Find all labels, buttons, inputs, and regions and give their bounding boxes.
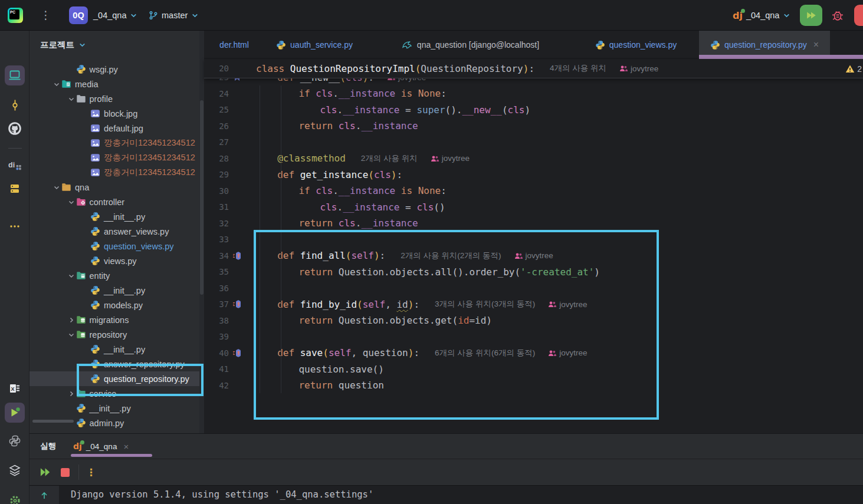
code-line-32[interactable]: 32return cls.__instance bbox=[204, 215, 863, 232]
line-number[interactable]: 28 bbox=[204, 154, 229, 163]
tree-hscrollbar-thumb[interactable] bbox=[32, 420, 74, 423]
code-text[interactable]: cls.__instance = super().__new__(cls) bbox=[320, 104, 530, 116]
line-number[interactable]: 30 bbox=[204, 186, 229, 196]
tree-item-question_repository.py[interactable]: question_repository.py bbox=[29, 371, 204, 386]
tree-item-xxxx123451234512[interactable]: 깡총거미123451234512 bbox=[29, 150, 204, 165]
code-text[interactable]: cls.__instance = cls() bbox=[320, 202, 445, 213]
editor-tab-uauth_service.py[interactable]: uauth_service.py bbox=[264, 31, 365, 59]
activity-button-python-packages-tool[interactable] bbox=[5, 431, 25, 451]
tree-item-wsgi.py[interactable]: wsgi.py bbox=[29, 62, 204, 77]
code-author-hint[interactable]: jovytree bbox=[431, 154, 470, 163]
tree-item-question_views.py[interactable]: question_views.py bbox=[29, 239, 204, 253]
tree-item-__init__.py[interactable]: __init__.py bbox=[29, 401, 204, 416]
run-config-widget[interactable]: dj _04_qna bbox=[729, 6, 794, 25]
usages-inlay-hint[interactable]: 2개의 사용 위치(2개의 동적) bbox=[401, 251, 501, 261]
chevron-expanded-icon[interactable] bbox=[67, 271, 76, 281]
activity-button-project-tool[interactable] bbox=[5, 65, 25, 85]
code-text[interactable]: return cls.__instance bbox=[298, 218, 418, 229]
close-icon[interactable]: × bbox=[123, 442, 129, 452]
line-number[interactable]: 27 bbox=[204, 137, 229, 147]
tree-item-default.jpg[interactable]: default.jpg bbox=[29, 121, 204, 136]
code-line-33[interactable]: 33 bbox=[204, 232, 863, 248]
chevron-expanded-icon[interactable] bbox=[67, 197, 76, 207]
run-console[interactable]: Django version 5.1.4, using settings '_0… bbox=[29, 485, 863, 504]
tree-item-migrations[interactable]: migrations bbox=[29, 312, 204, 327]
code-line-37[interactable]: 37def find_by_id(self, id):3개의 사용 위치(3개의… bbox=[204, 297, 863, 313]
tree-item-entity[interactable]: entity bbox=[29, 268, 204, 283]
code-line-39[interactable]: 39 bbox=[204, 329, 863, 345]
line-number[interactable]: 20 bbox=[204, 64, 229, 73]
tree-item-answer_repository.py[interactable]: answer_repository.py bbox=[29, 357, 204, 371]
sticky-class-line[interactable]: 20class QuestionRepositoryImpl(QuestionR… bbox=[204, 59, 863, 78]
tree-item-media[interactable]: media bbox=[29, 77, 204, 91]
overridden-marker-icon[interactable] bbox=[232, 299, 242, 309]
code-line-34[interactable]: 34def find_all(self):2개의 사용 위치(2개의 동적)jo… bbox=[204, 248, 863, 264]
line-number[interactable]: 32 bbox=[204, 219, 229, 228]
code-text[interactable]: def find_by_id(self, id):3개의 사용 위치(3개의 동… bbox=[277, 299, 587, 310]
line-number[interactable]: 35 bbox=[204, 267, 229, 276]
tree-item-repository[interactable]: repository bbox=[29, 327, 204, 342]
usages-inlay-hint[interactable]: 3개의 사용 위치(3개의 동적) bbox=[435, 299, 535, 309]
vcs-branch-widget[interactable]: master bbox=[145, 6, 202, 25]
code-author-hint[interactable]: jovytree bbox=[548, 348, 587, 357]
line-number[interactable]: 24 bbox=[204, 89, 229, 98]
rerun-button[interactable] bbox=[39, 466, 52, 478]
more-options-kebab-icon[interactable]: ⋮ bbox=[86, 466, 96, 479]
line-number[interactable]: 42 bbox=[204, 381, 229, 390]
activity-button-services-tool[interactable] bbox=[5, 460, 25, 480]
line-number[interactable]: 25 bbox=[204, 105, 229, 114]
overridden-marker-icon[interactable] bbox=[232, 348, 242, 358]
tree-item-__init__.py[interactable]: __init__.py bbox=[29, 342, 204, 357]
activity-button-database-tool[interactable] bbox=[5, 179, 25, 199]
code-text[interactable]: return Question.objects.get(id=id) bbox=[298, 315, 492, 326]
code-line-27[interactable]: 27 bbox=[204, 134, 863, 151]
code-line-25[interactable]: 25cls.__instance = super().__new__(cls) bbox=[204, 102, 863, 118]
tree-item-xxxx123451234512[interactable]: 깡총거미123451234512 bbox=[29, 165, 204, 180]
tree-item-__init__.py[interactable]: __init__.py bbox=[29, 209, 204, 224]
tree-item-views.py[interactable]: views.py bbox=[29, 253, 204, 268]
line-number[interactable]: 26 bbox=[204, 121, 229, 131]
usages-inlay-hint[interactable]: 4개의 사용 위치 bbox=[550, 63, 606, 74]
code-text[interactable]: return cls.__instance bbox=[298, 120, 418, 131]
code-line-26[interactable]: 26return cls.__instance bbox=[204, 118, 863, 134]
tree-item-block.jpg[interactable]: block.jpg bbox=[29, 106, 204, 121]
code-text[interactable]: class QuestionRepositoryImpl(QuestionRep… bbox=[256, 63, 658, 74]
code-line-42[interactable]: 42return question bbox=[204, 377, 863, 394]
overridden-marker-icon[interactable] bbox=[232, 251, 242, 261]
tree-item-profile[interactable]: profile bbox=[29, 91, 204, 106]
stop-button[interactable] bbox=[61, 468, 70, 477]
stop-button[interactable] bbox=[854, 5, 863, 26]
tree-scrollbar-track[interactable] bbox=[199, 31, 204, 433]
line-number[interactable]: 34 bbox=[204, 251, 229, 261]
activity-button-commit-tool[interactable] bbox=[5, 95, 25, 115]
code-text[interactable]: return question bbox=[298, 380, 384, 391]
code-text[interactable]: if cls.__instance is None: bbox=[298, 88, 446, 99]
code-text[interactable]: return Question.objects.all().order_by('… bbox=[298, 266, 600, 278]
tree-item-answer_views.py[interactable]: answer_views.py bbox=[29, 224, 204, 239]
close-icon[interactable]: × bbox=[813, 39, 819, 50]
inspections-widget[interactable]: 2 bbox=[845, 59, 862, 78]
line-number[interactable]: 39 bbox=[204, 332, 229, 341]
code-author-hint[interactable]: jovytree bbox=[548, 300, 587, 309]
chevron-expanded-icon[interactable] bbox=[67, 94, 76, 104]
code-text[interactable]: def get_instance(cls): bbox=[277, 169, 402, 180]
code-text[interactable]: if cls.__instance is None: bbox=[298, 185, 446, 196]
main-menu-kebab-icon[interactable]: ⋮ bbox=[37, 6, 55, 25]
code-author-hint[interactable]: jovytree bbox=[514, 251, 553, 260]
activity-button-settings-tool[interactable] bbox=[5, 490, 25, 504]
code-line-28[interactable]: 28@classmethod2개의 사용 위치jovytree bbox=[204, 150, 863, 167]
tree-item-qna[interactable]: qna bbox=[29, 180, 204, 195]
activity-button-more-tools[interactable] bbox=[5, 216, 25, 236]
rerun-button[interactable] bbox=[800, 5, 822, 26]
code-line-30[interactable]: 30if cls.__instance is None: bbox=[204, 183, 863, 199]
code-text[interactable]: @classmethod2개의 사용 위치jovytree bbox=[277, 153, 470, 164]
usages-inlay-hint[interactable]: 2개의 사용 위치 bbox=[361, 153, 418, 164]
code-text[interactable]: question.save() bbox=[298, 364, 384, 375]
line-number[interactable]: 40 bbox=[204, 348, 229, 358]
editor-tab-qna_question__django_localhost_[interactable]: qna_question [django@localhost] bbox=[372, 31, 569, 59]
code-author-hint[interactable]: jovytree bbox=[619, 64, 658, 73]
activity-button-di-plugin-tool[interactable]: di bbox=[5, 154, 25, 174]
line-number[interactable]: 41 bbox=[204, 364, 229, 374]
activity-button-github-tool[interactable] bbox=[5, 118, 25, 139]
line-number[interactable]: 33 bbox=[204, 235, 229, 244]
